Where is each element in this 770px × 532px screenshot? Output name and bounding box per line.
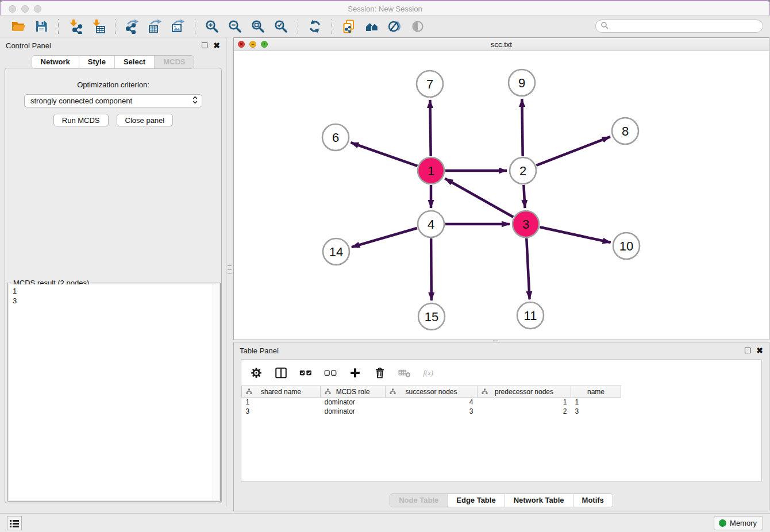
network-window-titlebar[interactable]: ✕ – + scc.txt: [234, 38, 769, 51]
tab-node-table[interactable]: Node Table: [390, 494, 447, 507]
zoom-in-icon[interactable]: [203, 18, 221, 35]
tab-network[interactable]: Network: [32, 56, 79, 68]
split-columns-icon[interactable]: [274, 366, 288, 380]
node-4[interactable]: 4: [418, 211, 444, 237]
node-11[interactable]: 11: [517, 302, 544, 329]
edge-2-8[interactable]: [536, 137, 610, 165]
houses-icon[interactable]: [363, 18, 380, 35]
column-header-name[interactable]: name: [571, 386, 621, 398]
table-cell[interactable]: 1: [478, 398, 571, 407]
edge-2-9[interactable]: [522, 99, 522, 156]
table-cell[interactable]: 1: [242, 398, 321, 407]
column-header-successor-nodes[interactable]: successor nodes: [386, 386, 478, 398]
edge-4-15[interactable]: [431, 238, 432, 300]
optimization-criterion-dropdown[interactable]: strongly connected component: [24, 94, 202, 107]
delete-table-icon: [398, 366, 411, 380]
node-14[interactable]: 14: [323, 238, 349, 265]
function-icon: f(x): [422, 366, 436, 380]
table-row[interactable]: 1dominator411: [242, 398, 621, 407]
checked-boxes-icon[interactable]: [299, 366, 313, 380]
trash-icon[interactable]: [373, 366, 387, 380]
tab-mcds[interactable]: MCDS: [154, 56, 194, 68]
node-2[interactable]: 2: [510, 157, 536, 184]
edge-3-11[interactable]: [526, 238, 529, 299]
column-header-shared-name[interactable]: shared name: [242, 386, 321, 398]
float-table-panel-icon[interactable]: [745, 348, 750, 353]
duplicate-network-icon[interactable]: [340, 18, 357, 35]
unchecked-boxes-icon[interactable]: [324, 366, 337, 380]
table-row[interactable]: 3dominator323: [242, 407, 621, 416]
tab-motifs[interactable]: Motifs: [573, 494, 613, 507]
edge-4-14[interactable]: [352, 228, 417, 247]
table-cell[interactable]: 4: [386, 398, 478, 407]
table-cell[interactable]: 3: [242, 407, 321, 416]
search-input[interactable]: [611, 22, 758, 30]
node-table-container: f(x) shared nameMCDS rolesuccessor nodes…: [241, 359, 762, 482]
network-minimize-icon[interactable]: –: [249, 41, 256, 48]
eye-icon[interactable]: [409, 18, 426, 35]
task-history-button[interactable]: [7, 516, 22, 530]
table-cell[interactable]: 2: [478, 407, 571, 416]
search-box[interactable]: [595, 20, 763, 33]
node-9[interactable]: 9: [509, 70, 535, 96]
import-table-icon[interactable]: [90, 18, 107, 35]
refresh-icon[interactable]: [306, 18, 324, 35]
tab-select[interactable]: Select: [114, 56, 154, 68]
column-header-predecessor-nodes[interactable]: predecessor nodes: [478, 386, 571, 398]
node-10[interactable]: 10: [613, 233, 640, 259]
table-cell[interactable]: dominator: [321, 407, 386, 416]
export-table-icon[interactable]: [147, 18, 164, 35]
zoom-out-icon[interactable]: [226, 18, 244, 35]
hide-overlay-icon[interactable]: [386, 18, 403, 35]
import-network-icon[interactable]: [67, 18, 84, 35]
gear-icon[interactable]: [249, 366, 263, 380]
edge-3-1[interactable]: [445, 179, 513, 217]
mcds-result-text[interactable]: 13: [9, 284, 219, 500]
table-cell[interactable]: 1: [571, 398, 621, 407]
table-cell[interactable]: 3: [571, 407, 621, 416]
node-7[interactable]: 7: [417, 71, 443, 97]
table-panel-header: Table Panel ✖: [234, 342, 769, 358]
column-header-MCDS-role[interactable]: MCDS role: [321, 386, 386, 398]
node-1[interactable]: 1: [418, 157, 444, 184]
table-cell[interactable]: 3: [386, 407, 478, 416]
node-15[interactable]: 15: [418, 303, 445, 330]
node-6[interactable]: 6: [322, 124, 349, 151]
edge-1-7[interactable]: [430, 100, 430, 156]
tree-icon: [390, 388, 396, 396]
close-table-panel-icon[interactable]: ✖: [756, 348, 763, 353]
close-panel-icon[interactable]: ✖: [213, 43, 220, 48]
float-panel-icon[interactable]: [202, 43, 207, 48]
tab-network-table[interactable]: Network Table: [505, 494, 573, 507]
node-3[interactable]: 3: [513, 211, 539, 237]
open-folder-icon[interactable]: [10, 18, 27, 35]
svg-text:11: 11: [524, 309, 537, 323]
export-image-icon[interactable]: [170, 18, 187, 35]
svg-text:7: 7: [426, 77, 433, 91]
export-network-icon[interactable]: [124, 18, 141, 35]
dropdown-stepper-icon: [192, 95, 198, 107]
tab-edge-table[interactable]: Edge Table: [447, 494, 504, 507]
zoom-selected-icon[interactable]: [272, 18, 290, 35]
svg-text:3: 3: [522, 217, 529, 232]
close-panel-button[interactable]: Close panel: [117, 114, 174, 126]
zoom-fit-icon[interactable]: [249, 18, 267, 35]
add-icon[interactable]: [348, 366, 362, 380]
edge-3-10[interactable]: [540, 227, 610, 242]
result-scrollbar[interactable]: [213, 284, 219, 500]
network-maximize-icon[interactable]: +: [261, 41, 268, 48]
vertical-splitter-handle[interactable]: [228, 265, 232, 273]
node-8[interactable]: 8: [612, 118, 638, 144]
save-icon[interactable]: [33, 18, 50, 35]
network-canvas[interactable]: 7968124314101511: [234, 51, 769, 340]
memory-button[interactable]: Memory: [714, 516, 763, 530]
table-cell[interactable]: dominator: [321, 398, 386, 407]
toolbar-separator: [115, 19, 116, 34]
node-table: shared nameMCDS rolesuccessor nodesprede…: [241, 385, 621, 416]
run-mcds-button[interactable]: Run MCDS: [53, 114, 109, 126]
edge-1-6[interactable]: [351, 142, 417, 166]
control-panel-tabs: NetworkStyleSelectMCDS: [0, 55, 226, 69]
tab-style[interactable]: Style: [79, 56, 114, 68]
edge-2-3[interactable]: [523, 185, 525, 208]
network-close-icon[interactable]: ✕: [238, 41, 245, 48]
